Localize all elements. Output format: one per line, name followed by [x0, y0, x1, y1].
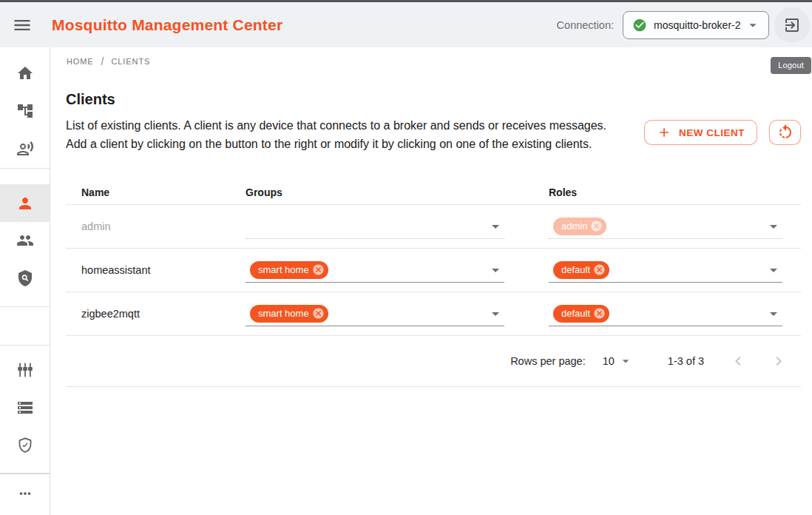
- client-name: admin: [66, 221, 230, 232]
- breadcrumb: HOME / CLIENTS: [67, 55, 150, 67]
- menu-icon: [12, 15, 33, 36]
- groups-select[interactable]: smart home: [246, 258, 504, 283]
- chevron-down-icon: [487, 305, 504, 323]
- rows-per-page-value: 10: [603, 355, 615, 367]
- breadcrumb-current: CLIENTS: [112, 57, 151, 66]
- column-header-roles: Roles: [533, 186, 801, 198]
- page-description: List of existing clients. A client is an…: [66, 116, 619, 153]
- new-client-label: NEW CLIENT: [679, 127, 745, 138]
- chevron-down-icon: [745, 17, 761, 33]
- next-page-button[interactable]: [770, 352, 788, 370]
- client-name: zigbee2mqtt: [66, 308, 230, 320]
- chevron-down-icon: [765, 305, 782, 323]
- sidebar-item-settings[interactable]: [0, 351, 50, 388]
- groups-cell: smart home: [230, 249, 533, 292]
- client-name: homeassistant: [66, 264, 230, 276]
- sidebar-item-streams[interactable]: [0, 388, 50, 426]
- breadcrumb-separator: /: [101, 55, 104, 67]
- role-chip[interactable]: admin: [553, 218, 606, 235]
- chip-remove-icon[interactable]: [312, 307, 325, 320]
- table-row[interactable]: homeassistant smart home default: [66, 249, 801, 292]
- groups-select[interactable]: [246, 214, 504, 239]
- chip-label: default: [561, 308, 590, 319]
- chip-label: smart home: [258, 264, 309, 275]
- exit-to-app-icon: [783, 16, 801, 34]
- sidebar-item-more[interactable]: [0, 474, 50, 512]
- connection-label: Connection:: [557, 19, 614, 31]
- chip-remove-icon[interactable]: [593, 263, 606, 276]
- breadcrumb-home-link[interactable]: HOME: [67, 57, 94, 66]
- role-chip[interactable]: default: [553, 305, 609, 323]
- chevron-down-icon: [487, 218, 504, 235]
- roles-select[interactable]: admin: [549, 214, 782, 239]
- groups-cell: [230, 205, 533, 248]
- connected-check-icon: [632, 18, 647, 33]
- person-icon: [16, 195, 34, 212]
- plus-icon: [657, 125, 671, 140]
- chevron-down-icon: [765, 218, 782, 235]
- roles-cell: default: [533, 249, 801, 292]
- rows-per-page-select[interactable]: 10: [603, 354, 633, 368]
- page-title: Clients: [66, 91, 115, 108]
- connection-select[interactable]: mosquitto-broker-2: [623, 11, 769, 39]
- previous-page-button[interactable]: [729, 352, 747, 370]
- chip-remove-icon[interactable]: [593, 307, 606, 320]
- chevron-down-icon: [618, 354, 633, 368]
- chevron-down-icon: [765, 261, 782, 279]
- chip-label: smart home: [258, 308, 309, 319]
- roles-cell: admin: [533, 205, 801, 248]
- sidebar-item-roles[interactable]: [0, 259, 50, 297]
- new-client-button[interactable]: NEW CLIENT: [644, 120, 757, 145]
- refresh-icon: [777, 124, 794, 141]
- refresh-button[interactable]: [769, 120, 801, 145]
- app-title: Mosquitto Management Center: [52, 16, 282, 34]
- groups-select[interactable]: smart home: [246, 301, 504, 326]
- clients-table: Name Groups Roles admin admin: [66, 180, 801, 387]
- sidebar-item-topology[interactable]: [0, 92, 50, 129]
- page-actions: NEW CLIENT: [644, 120, 801, 145]
- main-content: HOME / CLIENTS Clients List of existing …: [51, 47, 812, 515]
- roles-select[interactable]: default: [549, 301, 782, 326]
- shield-check-icon: [16, 437, 34, 454]
- sidebar-item-clients[interactable]: [0, 184, 50, 222]
- role-chip[interactable]: default: [553, 261, 609, 279]
- sidebar: [0, 47, 50, 515]
- home-icon: [16, 64, 34, 82]
- sidebar-item-home[interactable]: [0, 54, 50, 92]
- group-chip[interactable]: smart home: [250, 305, 328, 323]
- logout-button[interactable]: [774, 7, 810, 43]
- chevron-down-icon: [487, 261, 504, 279]
- chip-label: default: [561, 264, 590, 275]
- chevron-left-icon: [729, 352, 747, 370]
- logout-tooltip: Logout: [771, 57, 811, 74]
- table-pagination: Rows per page: 10 1-3 of 3: [66, 336, 801, 387]
- chip-remove-icon[interactable]: [312, 263, 325, 276]
- voice-over-icon: [16, 140, 34, 158]
- roles-select[interactable]: default: [549, 258, 782, 283]
- sidebar-item-terminal[interactable]: [0, 129, 50, 167]
- ellipsis-icon: [17, 485, 33, 502]
- column-header-groups: Groups: [230, 186, 533, 198]
- tree-icon: [16, 102, 34, 120]
- chevron-right-icon: [770, 352, 788, 370]
- app-bar: Mosquitto Management Center Connection: …: [0, 2, 812, 47]
- table-header-row: Name Groups Roles: [66, 180, 801, 205]
- table-row[interactable]: admin admin: [66, 205, 801, 249]
- sidebar-divider: [0, 168, 50, 169]
- groups-cell: smart home: [230, 292, 533, 335]
- sidebar-divider: [0, 306, 50, 307]
- hamburger-menu-button[interactable]: [12, 15, 33, 36]
- roles-cell: default: [533, 292, 801, 335]
- chip-remove-icon[interactable]: [590, 220, 603, 232]
- pagination-range: 1-3 of 3: [668, 355, 704, 367]
- shield-search-icon: [16, 269, 34, 287]
- sidebar-item-security[interactable]: [0, 426, 50, 464]
- people-icon: [16, 232, 34, 249]
- sidebar-divider: [0, 345, 50, 346]
- server-list-icon: [16, 399, 34, 417]
- column-header-name: Name: [66, 186, 230, 198]
- group-chip[interactable]: smart home: [250, 261, 328, 279]
- sliders-icon: [16, 361, 34, 379]
- sidebar-item-groups[interactable]: [0, 221, 50, 259]
- table-row[interactable]: zigbee2mqtt smart home default: [66, 292, 801, 336]
